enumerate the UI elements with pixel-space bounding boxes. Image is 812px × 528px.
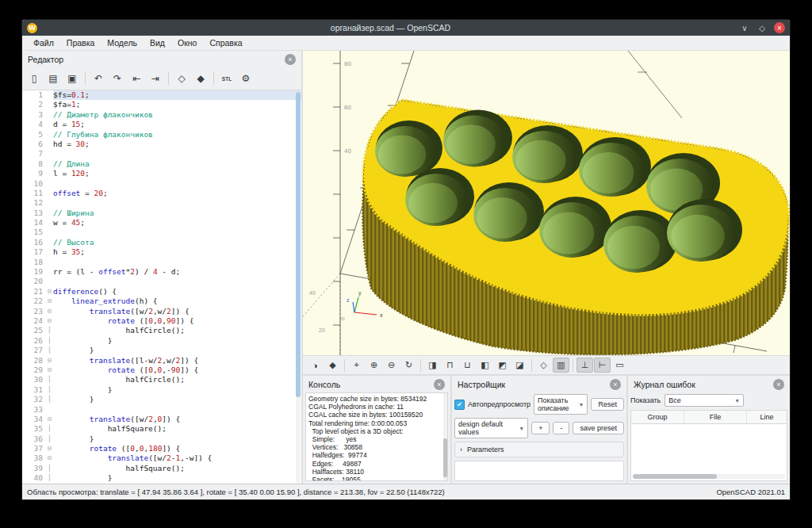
reset-view-button[interactable]: ↻	[400, 358, 417, 373]
save-preset-button[interactable]: save preset	[573, 422, 624, 434]
open-file-button[interactable]: ▤	[44, 70, 62, 87]
menu-2[interactable]: Правка	[60, 38, 101, 48]
code-editor[interactable]: 1$fs=0.1;2$fa=1;3// Диаметр флакончиков4…	[22, 90, 301, 484]
code-line[interactable]: 39│ halfSquare();	[22, 464, 301, 473]
add-preset-button[interactable]: +	[531, 422, 550, 434]
code-line[interactable]: 24⊟ rotate ([0,0,90]) {	[22, 316, 301, 326]
fold-marker[interactable]: ⊟	[46, 316, 53, 326]
fold-marker[interactable]: ⊟	[46, 444, 53, 453]
indent-button[interactable]: ⇥	[147, 70, 164, 87]
zoom-out-button[interactable]: ⊖	[383, 358, 400, 373]
description-select[interactable]: Показать описание▼	[534, 394, 588, 415]
view-perspective-button[interactable]: ◇	[535, 358, 552, 373]
view-bottom-button[interactable]: ⊔	[459, 358, 476, 373]
code-line[interactable]: 21⊟difference() {	[22, 287, 301, 297]
reset-button[interactable]: Reset	[591, 398, 624, 411]
code-line[interactable]: 4d = 15;	[22, 120, 301, 129]
code-line[interactable]: 27│ }	[22, 346, 301, 355]
code-line[interactable]: 7	[22, 149, 301, 159]
code-line[interactable]: 18	[22, 258, 301, 267]
export-stl-button[interactable]: STL	[218, 70, 236, 87]
customizer-close-icon[interactable]: ×	[610, 379, 621, 390]
code-line[interactable]: 2$fa=1;	[22, 100, 301, 109]
code-line[interactable]: 12	[22, 198, 301, 208]
fold-marker[interactable]: ⊟	[46, 297, 53, 306]
show-scale-markers-button[interactable]: ⊢	[594, 358, 611, 373]
render-button[interactable]: ◆	[192, 70, 209, 87]
code-line[interactable]: 13// Ширина	[22, 209, 301, 218]
show-axes-button[interactable]: ⊥	[576, 358, 593, 373]
preset-select[interactable]: design default values▼	[454, 418, 528, 438]
code-line[interactable]: 17h = 35;	[22, 247, 301, 257]
code-line[interactable]: 6hd = 30;	[22, 140, 301, 149]
minimize-button[interactable]: ∨	[739, 22, 750, 33]
code-line[interactable]: 14w = 45;	[22, 218, 301, 228]
code-line[interactable]: 30│ halfCircle();	[22, 375, 301, 385]
fold-marker[interactable]: ⊟	[46, 287, 53, 297]
code-line[interactable]: 22⊟ linear_extrude(h) {	[22, 297, 301, 306]
menu-5[interactable]: Окно	[171, 38, 203, 48]
code-line[interactable]: 5// Глубина флакончиков	[22, 130, 301, 140]
code-line[interactable]: 28⊟ translate([l-w/2,w/2]) {	[22, 356, 301, 365]
code-line[interactable]: 10	[22, 179, 301, 189]
maximize-button[interactable]: ◇	[756, 22, 768, 33]
menu-6[interactable]: Справка	[203, 38, 248, 48]
code-line[interactable]: 40│ }	[22, 473, 301, 483]
console-output[interactable]: Geometry cache size in bytes: 8534192CGA…	[305, 392, 448, 481]
console-scrollbar-thumb[interactable]	[443, 438, 447, 478]
render-preview-button[interactable]: ◑	[307, 358, 324, 373]
menu-1[interactable]: Файл	[27, 38, 60, 48]
view-back-button[interactable]: ◪	[511, 358, 528, 373]
autopreview-checkbox[interactable]: ✔	[454, 400, 465, 410]
code-line[interactable]: 25│ halfCircle();	[22, 326, 301, 335]
code-line[interactable]: 3// Диаметр флакончиков	[22, 110, 301, 120]
code-line[interactable]: 16// Высота	[22, 238, 301, 247]
errorlog-column-group[interactable]: Group	[631, 411, 684, 423]
code-line[interactable]: 20	[22, 277, 301, 286]
view-right-button[interactable]: ◨	[424, 358, 441, 373]
view-orthogonal-button[interactable]: ▥	[553, 358, 569, 373]
new-file-button[interactable]: ▯	[25, 70, 43, 87]
fold-marker[interactable]: ⊟	[46, 415, 53, 424]
redo-button[interactable]: ↷	[109, 70, 126, 87]
errorlog-column-file[interactable]: File	[684, 411, 747, 423]
view-left-button[interactable]: ◧	[477, 358, 493, 373]
code-line[interactable]: 23⊟ translate([w/2,w/2]) {	[22, 307, 301, 316]
show-edges-button[interactable]: ▭	[611, 358, 628, 373]
zoom-all-button[interactable]: ⌖	[348, 358, 365, 373]
code-line[interactable]: 29⊟ rotate ([0,0,-90]) {	[22, 365, 301, 375]
code-line[interactable]: 11offset = 20;	[22, 189, 301, 198]
fold-marker[interactable]: ⊟	[46, 307, 53, 316]
errorlog-filter-select[interactable]: Все▼	[665, 394, 744, 407]
zoom-in-button[interactable]: ⊕	[366, 358, 382, 373]
code-line[interactable]: 34⊟ translate([w/2,0]) {	[22, 415, 301, 424]
code-line[interactable]: 19rr = (l - offset*2) / 4 - d;	[22, 267, 301, 277]
fold-marker[interactable]: ⊟	[46, 365, 53, 375]
code-line[interactable]: 15	[22, 228, 301, 237]
code-line[interactable]: 31│ }	[22, 385, 301, 395]
view-front-button[interactable]: ◩	[494, 358, 511, 373]
code-line[interactable]: 32│ }	[22, 395, 301, 404]
code-line[interactable]: 38⊟ translate([w/2-1,-w]) {	[22, 453, 301, 463]
save-file-button[interactable]: ▣	[63, 70, 81, 87]
viewport-3d[interactable]: 8060402040xyz20	[303, 51, 790, 355]
code-line[interactable]: 36│ }	[22, 434, 301, 444]
editor-scrollbar-thumb[interactable]	[296, 92, 301, 397]
code-line[interactable]: 26│ }	[22, 336, 301, 346]
code-line[interactable]: 1$fs=0.1;	[22, 90, 301, 100]
menu-4[interactable]: Вид	[144, 38, 171, 48]
errorlog-hscrollbar-thumb[interactable]	[633, 474, 717, 479]
undo-button[interactable]: ↶	[90, 70, 107, 87]
code-line[interactable]: 33	[22, 405, 301, 415]
code-line[interactable]: 35│ halfSquare();	[22, 424, 301, 434]
editor-close-icon[interactable]: ×	[285, 54, 296, 65]
remove-preset-button[interactable]: -	[553, 422, 569, 434]
errorlog-column-line[interactable]: Line	[747, 411, 787, 423]
view-top-button[interactable]: ⊓	[442, 358, 458, 373]
code-line[interactable]: 9l = 120;	[22, 169, 301, 178]
menu-3[interactable]: Модель	[101, 38, 144, 48]
errorlog-close-icon[interactable]: ×	[773, 379, 784, 390]
parameters-expander[interactable]: › Parameters	[454, 442, 624, 457]
preview-button[interactable]: ◇	[173, 70, 190, 87]
render-button[interactable]: ◆	[324, 358, 341, 373]
